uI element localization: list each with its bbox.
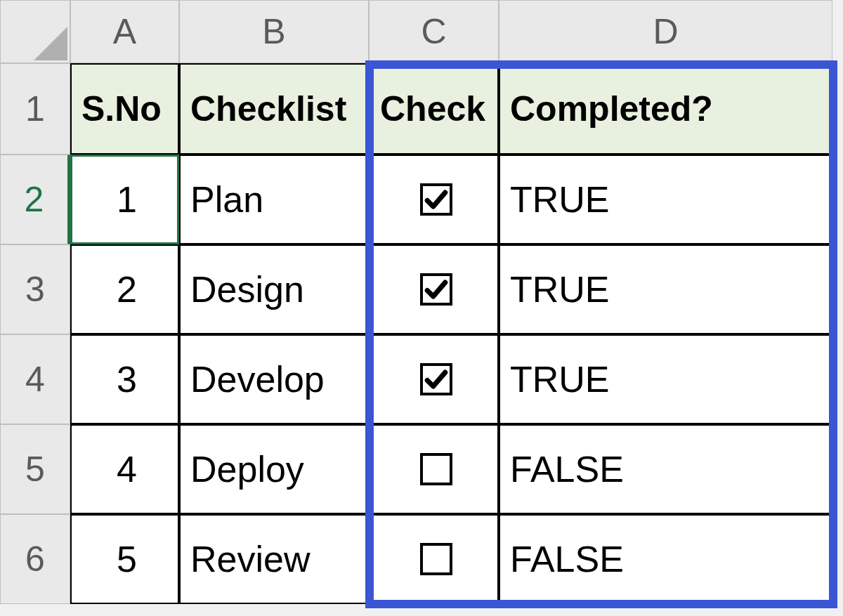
cell-A5[interactable]: 4 (70, 424, 179, 514)
cell-B5[interactable]: Deploy (179, 424, 369, 514)
checkmark-icon (424, 188, 448, 211)
checkbox-row-5[interactable] (420, 543, 452, 575)
row-label: 5 (25, 449, 45, 490)
cell-B1-header-checklist[interactable]: Checklist (179, 63, 369, 155)
cell-B6[interactable]: Review (179, 514, 369, 604)
column-label: B (262, 11, 285, 52)
select-all-corner[interactable] (0, 0, 70, 63)
row-label: 2 (25, 179, 44, 220)
cell-B2[interactable]: Plan (179, 155, 369, 244)
cell-A1-header-sno[interactable]: S.No (70, 63, 179, 155)
cell-C3[interactable] (369, 244, 499, 334)
column-header-D[interactable]: D (499, 0, 832, 63)
cell-D1-header-completed[interactable]: Completed? (499, 63, 832, 155)
cell-D6[interactable]: FALSE (499, 514, 832, 604)
checkbox-row-3[interactable] (420, 363, 452, 395)
column-label: A (113, 11, 136, 52)
cell-C1-header-check[interactable]: Check (369, 63, 499, 155)
cell-D5[interactable]: FALSE (499, 424, 832, 514)
cell-D4[interactable]: TRUE (499, 334, 832, 424)
row-header-4[interactable]: 4 (0, 334, 70, 424)
checkbox-row-1[interactable] (420, 183, 452, 216)
cell-B3[interactable]: Design (179, 244, 369, 334)
row-header-3[interactable]: 3 (0, 244, 70, 334)
cell-A4[interactable]: 3 (70, 334, 179, 424)
checkmark-icon (424, 367, 448, 391)
cell-A6[interactable]: 5 (70, 514, 179, 604)
row-header-6[interactable]: 6 (0, 514, 70, 604)
cell-D2[interactable]: TRUE (499, 155, 832, 244)
svg-marker-0 (34, 27, 67, 60)
cell-B4[interactable]: Develop (179, 334, 369, 424)
cell-C6[interactable] (369, 514, 499, 604)
row-label: 4 (25, 359, 45, 400)
column-header-A[interactable]: A (70, 0, 179, 63)
row-header-5[interactable]: 5 (0, 424, 70, 514)
cell-C2[interactable] (369, 155, 499, 244)
column-header-B[interactable]: B (179, 0, 369, 63)
cell-C5[interactable] (369, 424, 499, 514)
column-label: D (653, 11, 678, 52)
spreadsheet: A B C D 1 2 3 4 5 6 S.No Checklist Check… (0, 0, 843, 616)
row-header-2[interactable]: 2 (0, 155, 70, 244)
cell-A3[interactable]: 2 (70, 244, 179, 334)
checkbox-row-4[interactable] (420, 453, 452, 485)
checkmark-icon (424, 277, 448, 301)
row-label: 1 (25, 89, 45, 129)
checkbox-row-2[interactable] (420, 273, 452, 306)
row-label: 6 (25, 539, 45, 579)
row-label: 3 (25, 269, 45, 310)
cell-D3[interactable]: TRUE (499, 244, 832, 334)
column-label: C (421, 11, 446, 52)
column-header-C[interactable]: C (369, 0, 499, 63)
cell-C4[interactable] (369, 334, 499, 424)
row-header-1[interactable]: 1 (0, 63, 70, 155)
cell-A2[interactable]: 1 (70, 155, 179, 244)
